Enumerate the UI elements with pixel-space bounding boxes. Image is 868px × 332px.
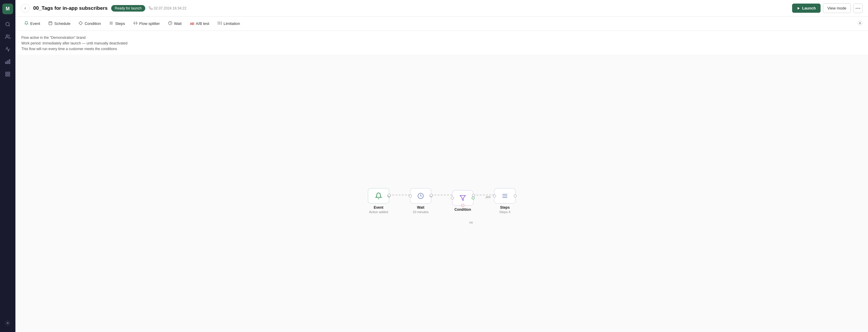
svg-rect-8 [6,75,7,76]
event-sublabel: Action added [369,210,388,214]
launch-button[interactable]: Launch [792,4,820,13]
timestamp-text: 02.07.2024 16:34:22 [154,6,186,10]
steps-label: Steps [500,205,510,210]
toolbar-event-label: Event [30,21,40,26]
condition-label: Condition [455,208,471,212]
sidebar-item-integrations[interactable] [2,69,13,80]
condition-left-connector-dot [430,194,433,197]
condition-bottom-connector [461,204,464,207]
status-badge: Ready for launch [111,5,145,11]
toolbar-wait[interactable]: Wait [164,19,185,28]
toolbar-flow-splitter[interactable]: Flow splitter [130,19,163,28]
page-title: 00_Tags for in-app subscribers [33,5,107,11]
sidebar-item-campaigns[interactable] [2,44,13,55]
toolbar-steps-label: Steps [115,21,125,26]
steps-left-connector [493,194,496,198]
event-node-box[interactable] [368,188,389,204]
sidebar-item-users[interactable] [2,31,13,42]
toolbar-steps[interactable]: Steps [105,19,128,28]
svg-marker-11 [798,7,800,9]
svg-marker-39 [460,195,465,201]
more-button[interactable] [853,4,863,13]
info-line-1: Flow active in the "Demonstration" brand [21,35,862,40]
toolbar-condition-label: Condition [85,21,101,26]
toolbar-flow-splitter-label: Flow splitter [139,21,160,26]
timestamp: 02.07.2024 16:34:22 [149,6,186,10]
header-actions: Launch View mode [792,3,863,13]
svg-rect-9 [8,75,10,76]
svg-rect-7 [8,72,10,73]
info-line-3: This flow will run every time a customer… [21,46,862,52]
steps-right-connector [514,194,517,198]
wait-label: Wait [417,205,425,210]
toolbar-limitation-label: Limitation [223,21,240,26]
steps-node-box[interactable] [494,188,516,204]
wait-sublabel: 10 minutes [413,210,429,214]
flow-diagram: Event Action added Wait 10 minutes [368,188,516,214]
wait-node-box[interactable] [410,188,431,204]
svg-rect-5 [6,62,6,64]
limitation-icon [218,21,222,26]
svg-point-10 [7,323,9,324]
connector-2 [431,195,452,195]
event-label: Event [374,205,383,210]
sidebar-item-search[interactable] [2,19,13,30]
sidebar-item-analytics[interactable] [2,56,13,67]
info-line-2: Work period: immediately after launch — … [21,40,862,46]
logo: M [2,4,13,14]
toolbar-schedule[interactable]: Schedule [45,19,74,28]
view-mode-button[interactable]: View mode [823,3,851,13]
svg-marker-19 [79,21,83,25]
wait-icon [168,21,172,26]
svg-point-37 [859,22,861,24]
svg-line-1 [9,25,9,26]
condition-node-box[interactable] [452,190,473,206]
toolbar-ab-test-label: A/B test [196,21,209,26]
flow-splitter-icon [133,21,137,26]
ab-test-icon: AB [190,22,194,26]
condition-node[interactable]: Condition yes no [452,190,473,212]
bell-icon [24,21,28,26]
no-label: no [469,220,473,224]
wait-node[interactable]: Wait 10 minutes [410,188,431,214]
sidebar-item-settings[interactable] [2,318,13,328]
svg-point-2 [6,35,8,36]
svg-rect-4 [7,61,8,64]
toolbar-limitation[interactable]: Limitation [214,19,244,28]
steps-sublabel: Steps 4 [499,210,510,214]
header: 00_Tags for in-app subscribers Ready for… [16,0,868,17]
svg-point-14 [859,8,860,9]
sidebar: M [0,0,16,332]
condition-icon [79,21,83,26]
wait-left-connector-dot [388,194,391,197]
svg-rect-15 [49,22,52,25]
connector-1 [389,195,410,195]
svg-rect-3 [9,60,10,64]
toolbar-ab-test[interactable]: AB A/B test [186,20,213,28]
canvas-info: Flow active in the "Demonstration" brand… [16,31,868,55]
condition-right-connector [472,197,475,200]
event-node[interactable]: Event Action added [368,188,389,214]
main-area: 00_Tags for in-app subscribers Ready for… [16,0,868,332]
toolbar: Event Schedule Condition Steps [16,17,868,31]
back-button[interactable] [21,4,30,13]
steps-node[interactable]: Steps Steps 4 [494,188,516,214]
svg-point-0 [6,22,9,26]
svg-rect-6 [6,72,7,73]
toolbar-condition[interactable]: Condition [75,19,104,28]
toolbar-schedule-label: Schedule [54,21,70,26]
connector-3 [473,195,494,195]
flow-canvas[interactable]: Event Action added Wait 10 minutes [16,55,868,332]
toolbar-wait-label: Wait [174,21,182,26]
toolbar-event[interactable]: Event [21,19,43,28]
wait-left-connector [409,194,412,198]
condition-left-connector [451,197,454,200]
canvas-settings-button[interactable] [857,21,863,27]
svg-point-13 [858,8,859,9]
steps-icon [109,21,113,26]
calendar-icon [48,21,53,26]
steps-left-connector-dot [472,194,475,197]
svg-point-12 [856,8,857,9]
yes-label: yes [486,195,491,199]
